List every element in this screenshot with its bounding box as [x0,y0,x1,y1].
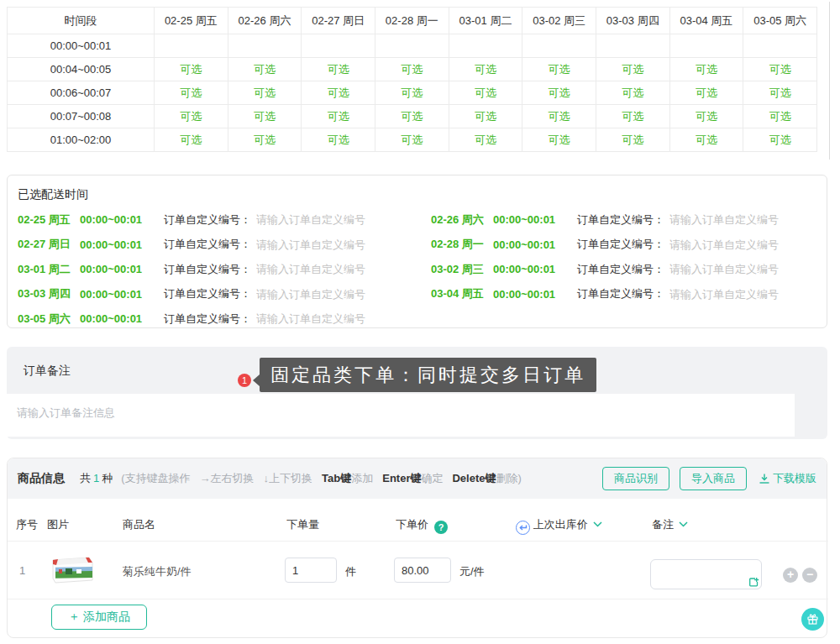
schedule-slot-available[interactable]: 可选 [302,105,375,128]
gift-icon [806,613,819,626]
selected-time-entry: 02-27 周日00:00~00:01订单自定义编号： [18,233,431,258]
schedule-slot-available[interactable]: 可选 [669,81,743,105]
schedule-slot-available[interactable]: 可选 [669,58,743,81]
restore-price-icon[interactable] [516,521,530,535]
gift-promo-button[interactable] [801,608,824,631]
price-help-icon[interactable]: ? [434,521,448,534]
schedule-slot-available[interactable]: 可选 [743,58,817,81]
schedule-slot-available[interactable]: 可选 [302,58,375,81]
schedule-slot-selected[interactable]: 已选 [375,34,449,58]
schedule-slot-available[interactable]: 可选 [228,128,302,152]
schedule-slot-available[interactable]: 可选 [743,105,817,128]
schedule-slot-available[interactable]: 可选 [449,128,522,152]
qty-unit: 件 [345,564,356,579]
chevron-down-icon[interactable] [593,517,602,530]
schedule-slot-available[interactable]: 可选 [669,128,743,152]
schedule-slot-selected[interactable]: 已选 [449,34,522,58]
hint-text: →左右切换 [200,472,255,484]
schedule-slot-selected[interactable]: 已选 [228,34,302,58]
schedule-slot-available[interactable]: 可选 [228,105,302,128]
expand-remark-icon[interactable] [748,576,759,591]
scroll-track-line [829,2,830,160]
schedule-slot-available[interactable]: 可选 [596,128,669,152]
products-title: 商品信息 [18,471,65,486]
chevron-down-icon[interactable] [679,517,688,530]
selected-times-grid: 02-25 周五00:00~00:01订单自定义编号：02-26 周六00:00… [18,207,816,332]
schedule-slot-available[interactable]: 可选 [375,58,449,81]
row-remark-input[interactable] [650,559,762,589]
schedule-slot-available[interactable]: 可选 [522,81,596,105]
schedule-slot-available[interactable]: 可选 [302,81,375,105]
qty-input[interactable] [285,558,337,583]
schedule-date-header: 02-28 周一 [375,8,449,34]
recognize-product-button[interactable]: 商品识别 [602,467,669,490]
product-image[interactable] [49,553,96,587]
schedule-slot-available[interactable]: 可选 [375,81,449,105]
order-no-input[interactable] [256,288,403,301]
schedule-slot-available[interactable]: 可选 [522,128,596,152]
schedule-slot-available[interactable]: 可选 [743,81,817,105]
schedule-slot-available[interactable]: 可选 [449,81,522,105]
hint-key-name: Enter键 [382,472,421,484]
schedule-time-label: 01:00~02:00 [8,128,155,152]
schedule-slot-selected[interactable]: 已选 [669,34,743,58]
entry-time: 00:00~00:01 [80,213,164,226]
order-no-input[interactable] [256,213,403,226]
remove-row-button[interactable]: − [802,568,817,583]
schedule-slot-available[interactable]: 可选 [155,128,228,152]
schedule-time-label: 00:00~00:01 [8,34,155,58]
schedule-slot-available[interactable]: 可选 [155,81,228,105]
order-no-input[interactable] [669,288,816,301]
entry-time: 00:00~00:01 [493,263,577,275]
schedule-slot-selected[interactable]: 已选 [596,34,669,58]
schedule-slot-available[interactable]: 可选 [375,105,449,128]
schedule-date-header: 03-05 周六 [743,8,817,34]
order-no-label: 订单自定义编号： [164,212,251,228]
schedule-slot-available[interactable]: 可选 [375,128,449,152]
schedule-slot-available[interactable]: 可选 [522,105,596,128]
schedule-slot-available[interactable]: 可选 [449,58,522,81]
import-product-button[interactable]: 导入商品 [680,467,747,490]
schedule-slot-available[interactable]: 可选 [596,105,669,128]
selected-time-entry: 03-03 周四00:00~00:01订单自定义编号： [18,282,431,307]
schedule-slot-available[interactable]: 可选 [449,105,522,128]
add-row-button[interactable]: + [783,568,798,583]
order-no-input[interactable] [669,213,816,226]
order-no-input[interactable] [669,238,816,251]
hint-key-name: Delete键 [452,472,496,484]
selected-time-entry: 02-26 周六00:00~00:01订单自定义编号： [431,207,816,233]
download-template-link[interactable]: 下载模版 [759,471,816,486]
order-no-label: 订单自定义编号： [577,286,664,301]
order-remark-input[interactable] [7,394,795,437]
schedule-slot-available[interactable]: 可选 [302,128,375,152]
schedule-slot-selected[interactable]: 已选 [522,34,596,58]
schedule-slot-available[interactable]: 可选 [596,81,669,105]
add-product-button[interactable]: ＋ 添加商品 [51,605,147,630]
schedule-slot-available[interactable]: 可选 [743,128,817,152]
order-no-input[interactable] [256,263,403,275]
schedule-slot-available[interactable]: 可选 [155,58,228,81]
schedule-date-header: 03-02 周三 [522,8,596,34]
products-card: 商品信息 共1种 (支持键盘操作→左右切换↓上下切换Tab键添加Enter键确定… [7,458,827,638]
selected-time-entry: 03-01 周二00:00~00:01订单自定义编号： [18,257,431,282]
col-qty: 下单量 [286,517,319,532]
schedule-slot-available[interactable]: 可选 [596,58,669,81]
schedule-time-label: 00:06~00:07 [8,81,155,105]
download-icon [759,473,770,484]
order-no-input[interactable] [256,312,403,325]
order-no-input[interactable] [669,263,816,275]
schedule-slot-selected[interactable]: 已选 [155,34,228,58]
order-remark-title: 订单备注 [24,364,71,379]
order-no-input[interactable] [256,238,403,251]
schedule-slot-available[interactable]: 可选 [669,105,743,128]
price-input[interactable] [394,558,451,583]
schedule-slot-selected[interactable]: 已选 [302,34,375,58]
schedule-time-label: 00:07~00:08 [8,105,155,128]
schedule-slot-available[interactable]: 可选 [228,58,302,81]
selected-time-entry: 02-28 周一00:00~00:01订单自定义编号： [431,233,816,258]
schedule-slot-selected[interactable]: 已选 [743,34,817,58]
row-divider [8,541,828,542]
schedule-slot-available[interactable]: 可选 [522,58,596,81]
schedule-slot-available[interactable]: 可选 [155,105,228,128]
schedule-slot-available[interactable]: 可选 [228,81,302,105]
